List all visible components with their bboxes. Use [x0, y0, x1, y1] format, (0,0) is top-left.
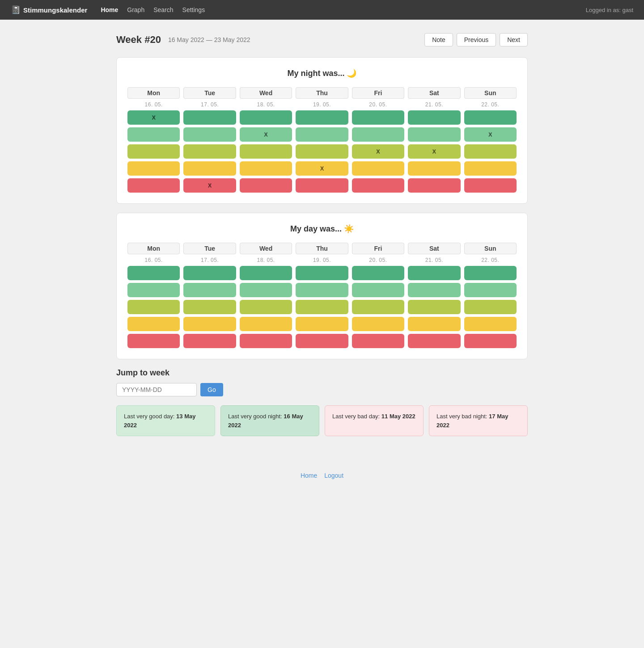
mood-btn-2-6[interactable] [464, 144, 517, 159]
mood-btn-4-1[interactable]: X [183, 178, 236, 193]
mood-btn-4-6[interactable] [464, 178, 517, 193]
mood-btn-4-4[interactable] [352, 178, 404, 193]
mood-btn-3-6[interactable] [464, 317, 517, 331]
mood-btn-3-0[interactable] [127, 317, 180, 331]
mood-btn-0-2[interactable] [240, 110, 292, 125]
mood-btn-0-5[interactable] [408, 266, 460, 280]
mood-btn-0-4[interactable] [352, 110, 404, 125]
week-header: Week #20 16 May 2022 — 23 May 2022 Note … [116, 33, 528, 46]
mood-btn-4-5[interactable] [408, 178, 460, 193]
mood-btn-0-4[interactable] [352, 266, 404, 280]
mood-btn-0-1[interactable] [183, 110, 236, 125]
stat-card-2: Last very bad day: 11 May 2022 [325, 405, 424, 436]
mood-btn-1-1[interactable] [183, 283, 236, 297]
mood-btn-4-3[interactable] [296, 334, 348, 348]
mood-btn-1-0[interactable] [127, 127, 180, 142]
mood-btn-1-5[interactable] [408, 283, 460, 297]
mood-btn-3-3[interactable]: X [296, 161, 348, 176]
week-header-left: Week #20 16 May 2022 — 23 May 2022 [116, 34, 250, 46]
mood-btn-3-1[interactable] [183, 161, 236, 176]
mood-btn-3-0[interactable] [127, 161, 180, 176]
mood-btn-1-2[interactable]: X [240, 127, 292, 142]
nav-home[interactable]: Home [101, 6, 118, 13]
mood-btn-2-5[interactable] [408, 300, 460, 314]
day-col-sat: Sat21. 05.X [408, 87, 460, 193]
mood-btn-2-6[interactable] [464, 300, 517, 314]
mood-btn-1-5[interactable] [408, 127, 460, 142]
mood-btn-1-2[interactable] [240, 283, 292, 297]
mood-btn-0-3[interactable] [296, 266, 348, 280]
mood-btn-3-2[interactable] [240, 317, 292, 331]
mood-btn-0-6[interactable] [464, 110, 517, 125]
mood-btn-2-1[interactable] [183, 300, 236, 314]
mood-btn-3-4[interactable] [352, 317, 404, 331]
mood-btn-1-3[interactable] [296, 127, 348, 142]
mood-btn-3-1[interactable] [183, 317, 236, 331]
mood-btn-0-1[interactable] [183, 266, 236, 280]
stat-card-1: Last very good night: 16 May 2022 [220, 405, 319, 436]
mood-btn-1-0[interactable] [127, 283, 180, 297]
nav-settings[interactable]: Settings [182, 6, 205, 13]
mood-btn-3-5[interactable] [408, 161, 460, 176]
footer-home[interactable]: Home [301, 472, 317, 479]
day-date-6: 22. 05. [481, 257, 499, 263]
day-col-fri: Fri20. 05.X [352, 87, 404, 193]
nav-graph[interactable]: Graph [127, 6, 144, 13]
mood-btn-4-2[interactable] [240, 334, 292, 348]
mood-btn-3-2[interactable] [240, 161, 292, 176]
mood-btn-1-1[interactable] [183, 127, 236, 142]
next-button[interactable]: Next [500, 33, 528, 46]
mood-btn-2-0[interactable] [127, 300, 180, 314]
day-col-tue: Tue17. 05.X [183, 87, 236, 193]
mood-btn-2-3[interactable] [296, 300, 348, 314]
day-col-sat: Sat21. 05. [408, 243, 460, 348]
mood-btn-4-2[interactable] [240, 178, 292, 193]
mood-btn-0-0[interactable] [127, 266, 180, 280]
previous-button[interactable]: Previous [457, 33, 496, 46]
footer-logout[interactable]: Logout [324, 472, 343, 479]
day-header-sat: Sat [408, 87, 460, 99]
mood-btn-1-4[interactable] [352, 283, 404, 297]
mood-btn-3-4[interactable] [352, 161, 404, 176]
mood-btn-3-3[interactable] [296, 317, 348, 331]
mood-btn-2-3[interactable] [296, 144, 348, 159]
day-date-0: 16. 05. [145, 257, 163, 263]
mood-btn-1-6[interactable] [464, 283, 517, 297]
mood-btn-4-0[interactable] [127, 178, 180, 193]
day-card: My day was... ☀️ Mon16. 05.Tue17. 05.Wed… [116, 213, 528, 359]
mood-btn-4-0[interactable] [127, 334, 180, 348]
stat-card-0: Last very good day: 13 May 2022 [116, 405, 215, 436]
day-col-mon: Mon16. 05. [127, 243, 180, 348]
mood-btn-2-1[interactable] [183, 144, 236, 159]
nav-search[interactable]: Search [153, 6, 173, 13]
night-title: My night was... 🌙 [127, 68, 517, 78]
mood-btn-3-5[interactable] [408, 317, 460, 331]
note-button[interactable]: Note [424, 33, 453, 46]
mood-btn-4-1[interactable] [183, 334, 236, 348]
mood-btn-2-2[interactable] [240, 144, 292, 159]
mood-btn-0-2[interactable] [240, 266, 292, 280]
mood-btn-0-6[interactable] [464, 266, 517, 280]
day-date-1: 17. 05. [201, 101, 219, 108]
mood-btn-4-6[interactable] [464, 334, 517, 348]
mood-btn-0-5[interactable] [408, 110, 460, 125]
mood-btn-1-3[interactable] [296, 283, 348, 297]
mood-btn-2-4[interactable] [352, 300, 404, 314]
mood-btn-1-6[interactable]: X [464, 127, 517, 142]
jump-input[interactable] [116, 383, 197, 396]
mood-btn-4-3[interactable] [296, 178, 348, 193]
mood-btn-2-0[interactable] [127, 144, 180, 159]
day-title: My day was... ☀️ [127, 224, 517, 234]
mood-btn-2-2[interactable] [240, 300, 292, 314]
go-button[interactable]: Go [200, 383, 223, 396]
mood-btn-2-4[interactable]: X [352, 144, 404, 159]
mood-btn-2-5[interactable]: X [408, 144, 460, 159]
mood-btn-4-4[interactable] [352, 334, 404, 348]
mood-btn-0-0[interactable]: X [127, 110, 180, 125]
mood-btn-3-6[interactable] [464, 161, 517, 176]
mood-btn-4-5[interactable] [408, 334, 460, 348]
day-header-sun: Sun [464, 243, 517, 254]
mood-btn-1-4[interactable] [352, 127, 404, 142]
day-col-wed: Wed18. 05. [240, 243, 292, 348]
mood-btn-0-3[interactable] [296, 110, 348, 125]
